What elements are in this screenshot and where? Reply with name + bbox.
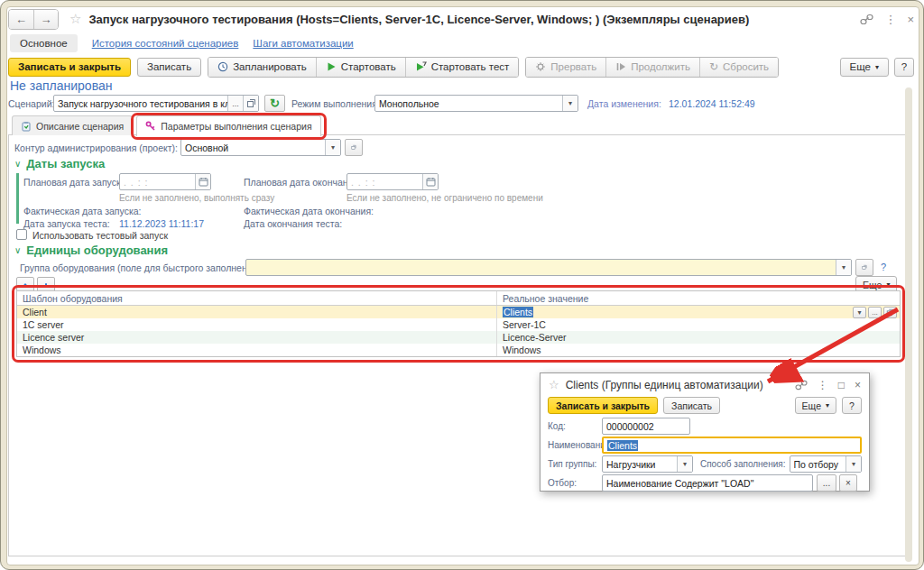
menu-dots-icon[interactable]: ⋮ — [884, 13, 896, 26]
open-icon — [886, 308, 894, 317]
fill-method-dropdown-icon[interactable]: ▾ — [845, 456, 861, 472]
popup-filter-row: Отбор: Наименование Содержит "LOAD" ... … — [541, 473, 869, 492]
popup-more-button[interactable]: Еще ▾ — [795, 397, 836, 414]
equipment-group-dropdown-icon[interactable]: ▾ — [836, 260, 851, 275]
status-text: Не запланирован — [10, 78, 112, 93]
link-icon[interactable] — [860, 14, 873, 25]
table-row[interactable]: Windows Windows — [17, 344, 900, 356]
planned-start-calendar-button[interactable] — [195, 174, 210, 189]
close-icon[interactable]: × — [855, 379, 861, 391]
filter-choose-button[interactable]: ... — [817, 474, 836, 492]
contour-dropdown-icon[interactable]: ▾ — [325, 140, 340, 155]
scenario-input[interactable]: Запуск нагрузочного тестирования в клиен… — [53, 95, 259, 112]
cell-choose-button[interactable]: ... — [868, 307, 882, 318]
parameters-panel: Контур администрирования (проект): Основ… — [8, 134, 909, 556]
menu-dots-icon[interactable]: ⋮ — [818, 379, 828, 391]
popup-titlebar: ☆ Clients (Группы единиц автоматизации) … — [541, 373, 869, 396]
app-frame: ← → ☆ Запуск нагрузочного тестирования (… — [0, 0, 924, 570]
open-icon — [862, 262, 867, 272]
popup-help-button[interactable]: ? — [842, 397, 862, 414]
filter-clear-button[interactable]: × — [839, 474, 857, 492]
tab-automation-steps[interactable]: Шаги автоматизации — [253, 38, 353, 49]
tab-scenario-history[interactable]: История состояний сценариев — [92, 38, 239, 49]
resume-button[interactable]: Продолжить — [605, 58, 699, 77]
table-row[interactable]: 1C server Server-1C — [17, 318, 900, 331]
fill-method-select[interactable]: По отбору ▾ — [790, 455, 863, 473]
cell-template: Client — [17, 306, 497, 318]
group-type-select[interactable]: Нагрузчики ▾ — [602, 455, 693, 473]
equipment-group-open-button[interactable] — [855, 259, 873, 276]
key-icon — [145, 121, 156, 132]
filter-input[interactable]: Наименование Содержит "LOAD" — [602, 474, 813, 492]
maximize-icon[interactable]: □ — [838, 379, 845, 391]
schedule-button[interactable]: Запланировать — [208, 58, 316, 77]
start-button[interactable]: Стартовать — [316, 58, 405, 77]
equipment-table: Шаблон оборудования Реальное значение Cl… — [16, 290, 901, 357]
name-value-selected-text: Clients — [607, 440, 638, 451]
dates-section-title: Даты запуска — [26, 157, 105, 170]
table-row[interactable]: Client Clients ▾ ... — [17, 306, 900, 318]
column-header-value[interactable]: Реальное значение — [497, 293, 900, 304]
column-header-template[interactable]: Шаблон оборудования — [17, 291, 497, 305]
planned-end-input[interactable]: . . : : — [346, 173, 439, 190]
planned-start-input[interactable]: . . : : — [119, 173, 211, 190]
scenario-open-icon[interactable] — [243, 96, 258, 111]
contour-open-button[interactable] — [345, 139, 363, 156]
close-icon[interactable]: × — [907, 13, 914, 26]
popup-help-label: ? — [849, 400, 855, 411]
interrupt-button[interactable]: Прервать — [526, 58, 605, 77]
equipment-group-input[interactable]: ▾ — [245, 259, 852, 276]
cell-value: Server-1C — [497, 319, 900, 330]
link-icon[interactable] — [795, 380, 808, 391]
planned-end-hint: Если не заполнено, не ограничено по врем… — [346, 193, 543, 203]
tab-scenario-description[interactable]: Описание сценария — [12, 115, 133, 135]
popup-save-close-button[interactable]: Записать и закрыть — [548, 397, 658, 414]
save-close-button[interactable]: Записать и закрыть — [8, 58, 131, 77]
vertical-scrollbar[interactable] — [905, 87, 912, 562]
window-title: Запуск нагрузочного тестирования (Hosts=… — [88, 13, 749, 26]
tab-main[interactable]: Основное — [10, 34, 78, 52]
back-icon: ← — [15, 13, 27, 26]
collapse-icon[interactable]: ∨ — [14, 159, 21, 169]
test-start-label: Дата запуска теста: — [23, 218, 110, 229]
equipment-group-help-link[interactable]: ? — [881, 262, 886, 272]
table-row[interactable]: Licence server Licence-Server — [17, 331, 900, 344]
clients-popup-window: ☆ Clients (Группы единиц автоматизации) … — [540, 372, 870, 492]
group-type-dropdown-icon[interactable]: ▾ — [677, 456, 692, 472]
back-button[interactable]: ← — [9, 10, 33, 29]
more-button[interactable]: Еще ▾ — [840, 58, 889, 77]
scenario-choose-button[interactable]: ... — [227, 96, 243, 111]
mode-dropdown-icon[interactable]: ▾ — [562, 96, 578, 111]
contour-value: Основной — [185, 142, 325, 153]
popup-name-row: Наименование: Clients — [541, 436, 869, 455]
favorite-star-icon[interactable]: ☆ — [69, 11, 81, 27]
favorite-star-icon[interactable]: ☆ — [549, 378, 559, 391]
contour-select[interactable]: Основной ▾ — [180, 139, 341, 156]
save-button[interactable]: Записать — [137, 58, 201, 77]
code-input[interactable]: 000000002 — [602, 418, 690, 435]
collapse-icon[interactable]: ∨ — [14, 245, 21, 255]
name-label: Наименование: — [548, 440, 602, 450]
refresh-button[interactable]: ↻ — [264, 95, 285, 112]
name-input[interactable]: Clients — [602, 437, 862, 454]
group-indicator-line — [16, 173, 19, 224]
reset-button[interactable]: ↻ Сбросить — [699, 58, 778, 77]
interrupt-label: Прервать — [550, 61, 596, 72]
start-test-button[interactable]: Стартовать тест — [405, 58, 519, 77]
forward-button[interactable]: → — [33, 10, 58, 29]
use-test-run-checkbox[interactable] — [16, 229, 27, 240]
cell-open-button[interactable] — [883, 307, 897, 318]
planned-end-calendar-button[interactable] — [422, 174, 438, 189]
mode-select[interactable]: Монопольное ▾ — [374, 95, 578, 112]
chevron-down-icon: ▾ — [826, 401, 829, 409]
planned-start-placeholder: . . : : — [124, 177, 195, 188]
forward-icon: → — [41, 13, 52, 26]
cell-dropdown-button[interactable]: ▾ — [853, 307, 866, 318]
help-button[interactable]: ? — [894, 58, 914, 77]
tab-execution-parameters[interactable]: Параметры выполнения сценария — [136, 115, 320, 136]
filter-value: Наименование Содержит "LOAD" — [606, 478, 812, 489]
popup-save-button[interactable]: Записать — [663, 397, 720, 414]
help-label: ? — [901, 61, 907, 72]
calendar-icon — [199, 177, 208, 187]
tab-parameters-label: Параметры выполнения сценария — [161, 121, 311, 132]
